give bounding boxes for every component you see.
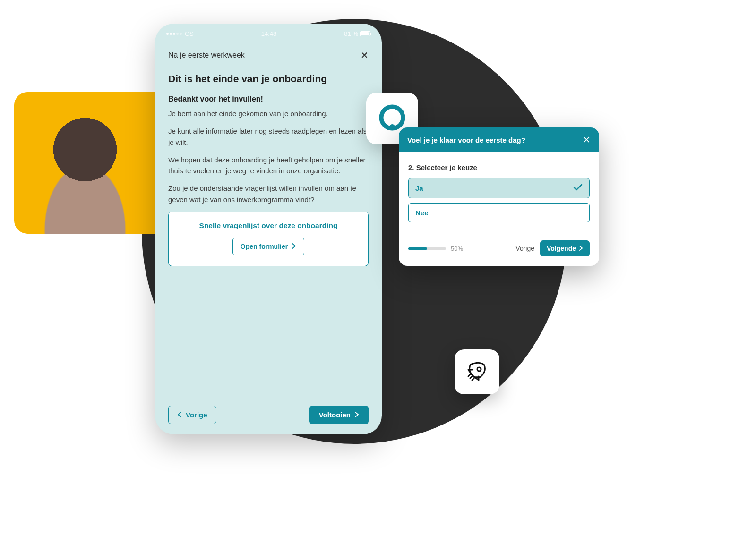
survey-card: Snelle vragenlijst over deze onboarding … — [168, 212, 369, 266]
svg-point-2 — [477, 367, 481, 371]
paragraph-2: Je kunt alle informatie later nog steeds… — [168, 126, 369, 148]
signal-dots-icon — [166, 33, 182, 35]
option-yes[interactable]: Ja — [408, 178, 590, 198]
chevron-right-icon — [354, 411, 359, 419]
battery-icon — [360, 31, 370, 36]
rocket-tile — [455, 349, 499, 394]
check-icon — [573, 184, 583, 193]
paragraph-4: Zou je de onderstaande vragenlijst wille… — [168, 183, 369, 205]
chevron-right-icon — [579, 245, 583, 252]
paragraph-3: We hopen dat deze onboarding je heeft ge… — [168, 154, 369, 177]
question-popup: Voel je je klaar voor de eerste dag? ✕ 2… — [399, 128, 599, 266]
chevron-right-icon — [292, 243, 296, 250]
popup-next-label: Volgende — [547, 245, 576, 252]
page-heading: Dit is het einde van je onboarding — [168, 73, 369, 85]
chevron-left-icon — [177, 411, 182, 419]
screen-title: Na je eerste werkweek — [168, 51, 245, 60]
popup-next-button[interactable]: Volgende — [540, 240, 590, 256]
progress-pct-label: 50% — [451, 245, 463, 252]
close-icon: ✕ — [583, 135, 591, 145]
paragraph-1: Je bent aan het einde gekomen van je onb… — [168, 108, 369, 119]
close-icon: ✕ — [361, 50, 369, 60]
svg-point-1 — [389, 124, 395, 130]
popup-close-button[interactable]: ✕ — [583, 134, 591, 145]
close-button[interactable]: ✕ — [361, 50, 369, 61]
open-form-label: Open formulier — [241, 243, 288, 250]
popup-title: Voel je je klaar voor de eerste dag? — [407, 136, 525, 144]
phone-status-bar: GS 14:48 81 % — [155, 24, 382, 41]
open-form-button[interactable]: Open formulier — [232, 238, 304, 255]
option-yes-label: Ja — [415, 184, 423, 192]
complete-button[interactable]: Voltooien — [309, 406, 369, 424]
phone-mockup: GS 14:48 81 % Na je eerste werkweek ✕ Di… — [155, 24, 382, 434]
question-label: 2. Selecteer je keuze — [408, 163, 590, 171]
status-time: 14:48 — [261, 30, 277, 37]
complete-label: Voltooien — [319, 411, 351, 419]
survey-card-title: Snelle vragenlijst over deze onboarding — [177, 221, 360, 230]
option-no-label: Nee — [415, 209, 429, 217]
previous-label: Vorige — [186, 411, 207, 419]
rocket-icon — [465, 359, 489, 385]
previous-button[interactable]: Vorige — [168, 406, 216, 424]
page-subheading: Bedankt voor het invullen! — [168, 95, 369, 103]
carrier-label: GS — [185, 30, 194, 37]
progress-indicator: 50% — [408, 245, 510, 252]
battery-pct: 81 % — [344, 30, 358, 37]
popup-previous-button[interactable]: Vorige — [515, 245, 534, 252]
option-no[interactable]: Nee — [408, 203, 590, 222]
